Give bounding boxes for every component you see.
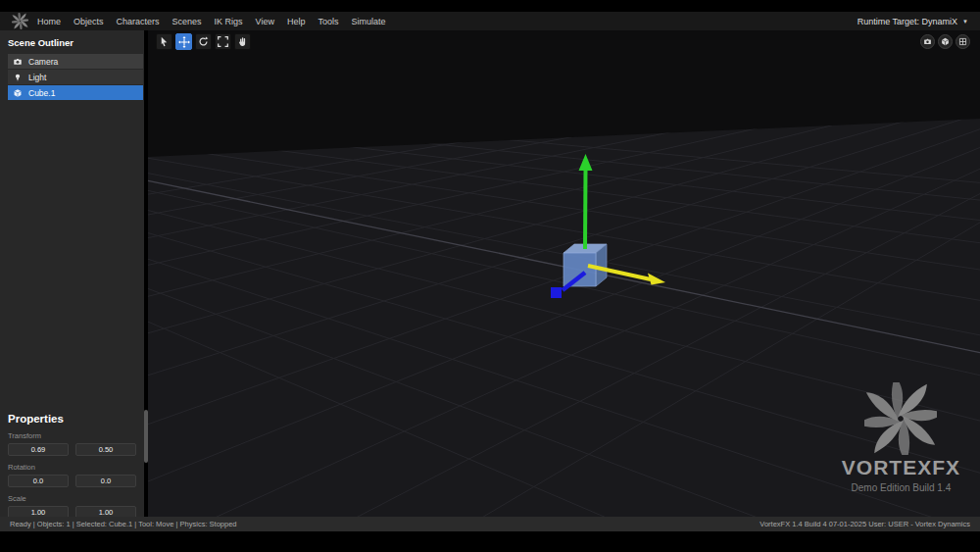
viewport-controls [920,34,970,49]
app-logo-icon [12,13,28,29]
viewport-canvas[interactable] [148,30,980,517]
app-window: Home Objects Characters Scenes IK Rigs V… [0,0,980,552]
scale-tool-button[interactable] [215,33,231,50]
runtime-target-label: Runtime Target: DynamiX [858,17,957,26]
transform-label: Transform [8,431,136,440]
outliner-item-cube1[interactable]: Cube.1 [8,85,143,100]
outliner-item-light[interactable]: Light [8,70,143,84]
camera-icon [13,57,23,67]
menu-simulate[interactable]: Simulate [351,17,385,26]
menu-items: Home Objects Characters Scenes IK Rigs V… [37,17,386,26]
menu-tools[interactable]: Tools [318,17,338,26]
cube-object[interactable] [564,244,607,286]
rotation-x-field[interactable] [8,475,69,487]
chevron-down-icon: ▼ [962,19,968,25]
runtime-target-dropdown[interactable]: Runtime Target: DynamiX ▼ [858,17,968,26]
main-area: Scene Outliner Camera Light [0,30,980,517]
transform-y-field[interactable] [75,443,136,456]
rotation-label: Rotation [8,463,136,472]
rotate-tool-button[interactable] [195,33,212,50]
status-left-text: Ready | Objects: 1 | Selected: Cube.1 | … [10,520,237,528]
cube-icon [941,37,950,46]
menu-scenes[interactable]: Scenes [172,17,202,26]
perspective-cube-button[interactable] [938,34,953,49]
transform-x-field[interactable] [8,443,69,456]
outliner-item-camera[interactable]: Camera [8,54,143,69]
viewport-toolbar [156,33,251,50]
outliner-item-label: Cube.1 [28,88,55,98]
scene-outliner-list: Camera Light Cube.1 [0,54,144,100]
camera-icon [923,37,932,46]
outliner-item-label: Camera [28,57,58,67]
properties-title: Properties [8,413,136,425]
menu-objects[interactable]: Objects [74,17,104,26]
viewport-ground [148,119,980,517]
menu-ik-rigs[interactable]: IK Rigs [215,17,243,26]
light-icon [13,73,23,82]
menu-characters[interactable]: Characters [117,17,160,26]
outliner-item-label: Light [28,73,46,82]
transform-row [8,443,136,456]
menu-view[interactable]: View [256,17,274,26]
viewport-3d[interactable]: VORTEXFX Demo Edition Build 1.4 [148,30,980,517]
grid-icon [958,37,967,46]
pan-tool-button[interactable] [234,33,251,50]
move-icon [178,36,190,48]
grid-toggle-button[interactable] [956,34,970,49]
rotate-icon [198,36,209,47]
menu-bar: Home Objects Characters Scenes IK Rigs V… [0,12,980,30]
cursor-icon [159,36,170,47]
scale-label: Scale [8,494,136,503]
select-tool-button[interactable] [156,33,172,50]
camera-view-button[interactable] [920,34,935,49]
rotation-y-field[interactable] [75,475,136,487]
status-bar: Ready | Objects: 1 | Selected: Cube.1 | … [0,517,980,531]
cube-icon [13,88,23,98]
menu-home[interactable]: Home [37,17,61,26]
menu-help[interactable]: Help [287,17,306,26]
rotation-row [8,475,136,487]
move-tool-button[interactable] [175,33,192,50]
properties-panel: Properties Transform Rotation Scale [0,407,144,519]
scene-outliner-title: Scene Outliner [0,30,144,54]
scale-icon [218,36,228,47]
scene-outliner-panel: Scene Outliner Camera Light [0,30,144,517]
status-right-text: VortexFX 1.4 Build 4 07-01-2025 User: US… [760,520,970,528]
hand-icon [237,36,248,47]
